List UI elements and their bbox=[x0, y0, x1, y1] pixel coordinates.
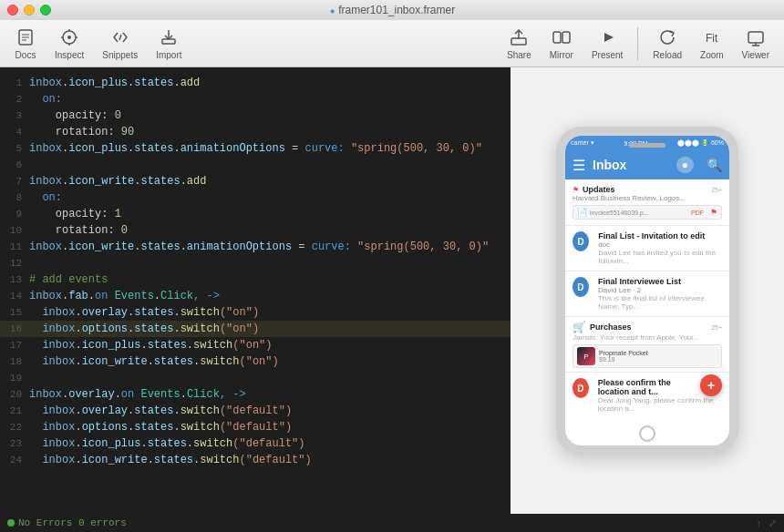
code-line: 12 bbox=[0, 255, 511, 271]
code-line: 17 inbox.icon_plus.states.switch("on") bbox=[0, 337, 511, 353]
snippets-label: Snippets bbox=[102, 50, 138, 60]
mirror-icon bbox=[551, 26, 573, 48]
svg-rect-19 bbox=[748, 32, 763, 43]
docs-button[interactable]: Docs bbox=[7, 23, 44, 64]
code-line: 10 rotation: 0 bbox=[0, 222, 511, 239]
svg-marker-17 bbox=[604, 33, 614, 42]
toolbar: Docs Inspect Snippets Import Share Mirr bbox=[0, 20, 784, 67]
expand-icon: ⤢ bbox=[769, 517, 777, 529]
preview-panel: carrier ▾ 9:00 PM ⬤⬤⬤ 🔋 60% ☰ Inbox ● 🔍 bbox=[511, 67, 784, 514]
main-content: 1 inbox.icon_plus.states.add 2 on: 3 opa… bbox=[0, 67, 784, 514]
code-line: 20 inbox.overlay.on Events.Click, -> bbox=[0, 386, 511, 403]
snippets-icon bbox=[109, 26, 131, 48]
avatar-d3: D bbox=[573, 378, 589, 398]
mirror-button[interactable]: Mirror bbox=[542, 23, 581, 64]
code-line: 19 bbox=[0, 370, 511, 386]
snippets-button[interactable]: Snippets bbox=[95, 23, 145, 64]
phone-home-button bbox=[639, 425, 655, 442]
avatar-d2: D bbox=[573, 277, 589, 297]
code-line: 5 inbox.icon_plus.states.animationOption… bbox=[0, 140, 511, 157]
svg-text:Fit: Fit bbox=[706, 32, 718, 45]
reload-button[interactable]: Reload bbox=[645, 23, 689, 64]
viewer-label: Viewer bbox=[742, 50, 769, 60]
present-label: Present bbox=[592, 50, 623, 60]
zoom-label: Zoom bbox=[700, 50, 724, 60]
title-dot: ⬥ bbox=[329, 4, 338, 16]
status-indicator bbox=[7, 519, 15, 527]
share-button[interactable]: Share bbox=[500, 23, 539, 64]
upload-icon: ↑ bbox=[757, 517, 762, 528]
code-line: 21 inbox.overlay.states.switch("default"… bbox=[0, 403, 511, 419]
traffic-lights bbox=[7, 5, 51, 15]
pdf-attachment: 📄 invoice55146039.p... PDF ⚑ bbox=[573, 205, 722, 220]
phone-speaker bbox=[629, 143, 665, 148]
editor-status-bar: No Errors 0 errors ↑ ⤢ bbox=[0, 514, 784, 532]
code-line: 14 inbox.fab.on Events.Click, -> bbox=[0, 288, 511, 304]
docs-label: Docs bbox=[15, 50, 36, 60]
email-updates: ⚑ Updates 25+ Harvard Business Review, L… bbox=[565, 179, 729, 226]
menu-icon: ☰ bbox=[573, 157, 585, 174]
toggle-icon: ● bbox=[676, 157, 694, 173]
code-line: 2 on: bbox=[0, 91, 511, 107]
code-line: 1 inbox.icon_plus.states.add bbox=[0, 75, 511, 91]
toolbar-right: Share Mirror Present Reload Fit Zoom bbox=[500, 23, 777, 64]
svg-rect-15 bbox=[553, 32, 561, 43]
cart-icon: 🛒 bbox=[573, 321, 586, 333]
title-bar: ⬥ framer101_inbox.framer bbox=[0, 0, 784, 20]
present-button[interactable]: Present bbox=[584, 23, 630, 64]
updates-preview: Harvard Business Review, Logos... bbox=[573, 194, 722, 202]
flag-icon: ⚑ bbox=[573, 186, 579, 194]
svg-point-5 bbox=[67, 36, 71, 39]
mirror-label: Mirror bbox=[550, 50, 573, 60]
inspect-icon bbox=[58, 26, 80, 48]
share-label: Share bbox=[507, 50, 531, 60]
fab-button[interactable]: + bbox=[700, 374, 722, 396]
toolbar-separator bbox=[637, 27, 638, 60]
avatar-d1: D bbox=[573, 231, 589, 251]
code-line: 24 inbox.icon_write.states.switch("defau… bbox=[0, 452, 511, 468]
inspect-button[interactable]: Inspect bbox=[47, 23, 91, 64]
code-line: 3 opacity: 0 bbox=[0, 107, 511, 124]
import-button[interactable]: Import bbox=[149, 23, 189, 64]
docs-icon bbox=[15, 26, 36, 48]
minimize-button[interactable] bbox=[24, 5, 35, 15]
code-line: 13 # add events bbox=[0, 271, 511, 288]
code-line: 15 inbox.overlay.states.switch("on") bbox=[0, 304, 511, 321]
email-interviewee: D Final Interviewee List David Lee · 2 T… bbox=[565, 271, 729, 317]
search-icon: 🔍 bbox=[707, 158, 722, 172]
code-line: 4 rotation: 90 bbox=[0, 124, 511, 140]
svg-rect-16 bbox=[562, 32, 570, 43]
flag-red-icon: ⚑ bbox=[710, 208, 717, 217]
email-final-list: D Final List - Invitation to edit doc Da… bbox=[565, 226, 729, 271]
close-button[interactable] bbox=[7, 5, 18, 15]
email-confirm: D Please confirm the location and t... D… bbox=[565, 373, 729, 418]
code-line: 18 inbox.icon_write.states.switch("on") bbox=[0, 353, 511, 370]
code-line: 9 opacity: 1 bbox=[0, 206, 511, 222]
svg-rect-13 bbox=[511, 38, 526, 45]
viewer-icon bbox=[745, 26, 767, 48]
inbox-title: Inbox bbox=[593, 158, 669, 172]
email-list: ⚑ Updates 25+ Harvard Business Review, L… bbox=[565, 179, 729, 445]
viewer-button[interactable]: Viewer bbox=[735, 23, 777, 64]
phone-screen: carrier ▾ 9:00 PM ⬤⬤⬤ 🔋 60% ☰ Inbox ● 🔍 bbox=[565, 136, 729, 445]
updates-sender: Updates bbox=[583, 185, 615, 194]
code-line: 7 inbox.icon_write.states.add bbox=[0, 173, 511, 189]
pocket-icon: P bbox=[577, 347, 595, 365]
maximize-button[interactable] bbox=[40, 5, 51, 15]
import-label: Import bbox=[156, 50, 181, 60]
zoom-button[interactable]: Fit Zoom bbox=[693, 23, 731, 64]
status-text: No Errors 0 errors bbox=[18, 517, 127, 528]
inspect-label: Inspect bbox=[55, 50, 84, 60]
phone-header: ☰ Inbox ● 🔍 bbox=[565, 150, 729, 179]
pocket-attachment: P Propmate Pocket $9.19 bbox=[573, 344, 722, 368]
code-line-options: 16 inbox.options.states.switch("on") bbox=[0, 321, 511, 337]
present-icon bbox=[596, 26, 618, 48]
svg-line-10 bbox=[119, 35, 121, 40]
code-line: 23 inbox.icon_plus.states.switch("defaul… bbox=[0, 435, 511, 452]
email-purchases: 🛒 Purchases 25+ Jamstir, Your receipt fr… bbox=[565, 317, 729, 373]
pdf-icon: 📄 bbox=[577, 208, 587, 217]
code-line: 8 on: bbox=[0, 189, 511, 206]
zoom-icon: Fit bbox=[701, 26, 723, 48]
import-icon bbox=[158, 26, 180, 48]
code-editor[interactable]: 1 inbox.icon_plus.states.add 2 on: 3 opa… bbox=[0, 67, 511, 514]
